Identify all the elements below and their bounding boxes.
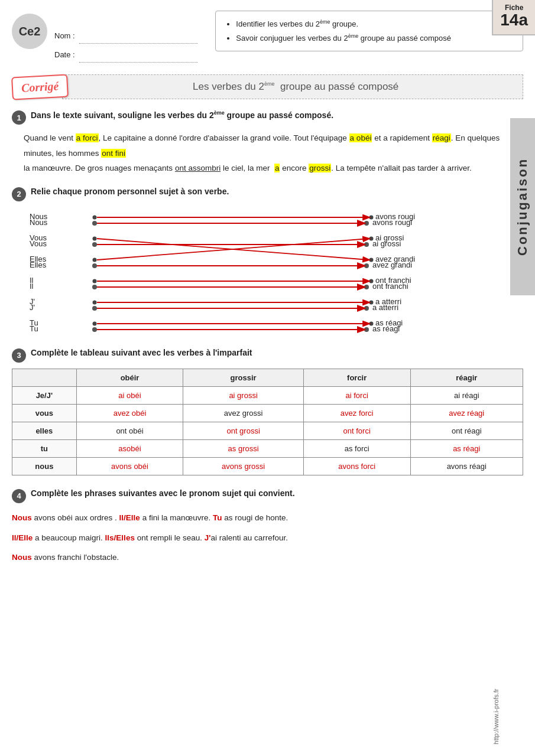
corrige-banner: Corrigé Les verbes du 2ème groupe au pas… (12, 74, 523, 99)
section-1: 1 Dans le texte suivant, souligne les ve… (12, 110, 523, 176)
table-header-grossir: grossir (183, 369, 304, 386)
table-cell-0-3: ai réagi (410, 386, 523, 404)
table-cell-3-2: as forci (303, 439, 410, 457)
svg-text:Elles: Elles (30, 255, 47, 263)
pronoun-j: J' (205, 533, 211, 542)
table-cell-1-0: avez obéi (76, 404, 183, 422)
table-cell-0-2: ai forci (303, 386, 410, 404)
table-cell-4-1: avons grossi (183, 457, 304, 475)
fiche-number: 14a (500, 12, 528, 28)
fiche-badge: Fiche 14a (492, 0, 535, 35)
verb-grossi: grossi (309, 164, 331, 172)
svg-point-18 (369, 215, 374, 219)
nom-date-block: Nom : Date : (54, 28, 197, 63)
svg-text:Tu: Tu (30, 318, 38, 327)
ex4-line-3: Nous avons franchi l'obstacle. (12, 549, 523, 566)
objective-1: Identifier les verbes du 2ème groupe. (236, 17, 513, 31)
date-line: Date : (54, 47, 197, 63)
table-cell-4-2: avons forci (303, 457, 410, 475)
svg-point-20 (369, 258, 374, 262)
section-2-title: Relie chaque pronom personnel sujet à so… (31, 187, 229, 196)
section-4-title: Complète les phrases suivantes avec le p… (31, 488, 295, 498)
section-2-num: 2 (12, 187, 26, 201)
ex4-line-1: Nous avons obéi aux ordres . Il/Elle a f… (12, 509, 523, 527)
section-3-title: Complète le tableau suivant avec les ver… (31, 348, 252, 357)
svg-text:as réagi: as réagi (375, 318, 403, 327)
table-cell-1-3: avez réagi (410, 404, 523, 422)
section-3-num: 3 (12, 348, 26, 363)
level-badge: Ce2 (12, 14, 47, 49)
svg-point-19 (369, 236, 374, 240)
table-cell-3-1: as grossi (183, 439, 304, 457)
pronoun-cell-3: tu (12, 439, 77, 457)
svg-text:Il: Il (30, 276, 34, 285)
table-cell-3-0: asobéi (76, 439, 183, 457)
table-cell-2-1: ont grossi (183, 422, 304, 439)
table-row-3: tuasobéias grossias forcias réagi (12, 439, 523, 457)
svg-text:avez grandi: avez grandi (375, 255, 415, 263)
table-cell-4-0: avons obéi (76, 457, 183, 475)
svg-text:Nous: Nous (30, 212, 48, 221)
page-title: Les verbes du 2ème groupe au passé compo… (62, 74, 523, 99)
pronoun-cell-0: Je/J' (12, 386, 77, 404)
nom-dots (79, 43, 197, 44)
connecting-lines-final: Nous Vous Elles Il J' Tu avons rougi ai … (24, 201, 473, 337)
pronoun-cell-2: elles (12, 422, 77, 439)
svg-text:a atterri: a atterri (375, 297, 401, 306)
pronoun-ilelle-2: Il/Elle (12, 533, 33, 542)
table-cell-0-0: ai obéi (76, 386, 183, 404)
table-cell-1-1: avez grossi (183, 404, 304, 422)
table-cell-4-3: avons réagi (410, 457, 523, 475)
svg-text:avons rougi: avons rougi (375, 212, 415, 221)
verb-obei: a obéi (349, 133, 372, 142)
page: Ce2 Nom : Date : Identifier les verbes d… (0, 0, 535, 608)
exercise-2-container: Nous Vous Elles Il J' Tu avons rougi ai … (24, 207, 511, 337)
svg-point-16 (93, 300, 97, 304)
svg-text:J': J' (30, 297, 35, 306)
table-header-empty (12, 369, 77, 386)
svg-point-23 (369, 321, 374, 325)
verb-forci: a forci (76, 133, 99, 142)
table-cell-2-3: ont réagi (410, 422, 523, 439)
passage-text: Quand le vent a forci, Le capitaine a do… (24, 131, 523, 176)
svg-point-22 (369, 300, 374, 304)
verb-ont-fini: ont fini (101, 149, 126, 158)
svg-text:Vous: Vous (30, 233, 47, 242)
pronoun-cell-4: nous (12, 457, 77, 475)
website-url: http://www.i-profs.fr (492, 689, 500, 744)
table-cell-2-0: ont obéi (76, 422, 183, 439)
objectives-box: Identifier les verbes du 2ème groupe. Sa… (215, 11, 523, 51)
ex4-line-2: Il/Elle a beaucoup maigri. Ils/Elles ont… (12, 529, 523, 547)
section-1-num: 1 (12, 110, 26, 125)
verb-reagi: réagi (432, 133, 451, 142)
table-cell-3-3: as réagi (410, 439, 523, 457)
table-header-obeir: obéir (76, 369, 183, 386)
conjugation-table: obéir grossir forcir réagir Je/J'ai obéi… (12, 369, 523, 475)
section-4-num: 4 (12, 489, 26, 503)
svg-text:ont franchi: ont franchi (375, 276, 411, 285)
table-row-2: ellesont obéiont grossiont forciont réag… (12, 422, 523, 439)
header: Ce2 Nom : Date : Identifier les verbes d… (0, 0, 535, 69)
svg-text:ai grossi: ai grossi (375, 233, 404, 242)
section-4: 4 Complète les phrases suivantes avec le… (12, 488, 523, 566)
table-header-reagir: réagir (410, 369, 523, 386)
verb-a: a (274, 164, 280, 172)
table-cell-2-2: ont forci (303, 422, 410, 439)
conjugaison-side-label: Conjugaison (510, 118, 535, 295)
pronoun-ilselles: Ils/Elles (105, 533, 135, 542)
table-row-4: nousavons obéiavons grossiavons forciavo… (12, 457, 523, 475)
corrige-stamp: Corrigé (11, 74, 69, 100)
svg-point-21 (369, 279, 374, 283)
table-cell-1-2: avez forci (303, 404, 410, 422)
pronoun-ilelle-1: Il/Elle (119, 513, 140, 522)
table-row-0: Je/J'ai obéiai grossiai forciai réagi (12, 386, 523, 404)
section-3: 3 Complète le tableau suivant avec les v… (12, 348, 523, 475)
svg-point-14 (93, 258, 97, 262)
pronoun-nous-2: Nous (12, 553, 32, 562)
pronoun-cell-1: vous (12, 404, 77, 422)
objective-2: Savoir conjuguer les verbes du 2ème grou… (236, 31, 513, 45)
table-header-forcir: forcir (303, 369, 410, 386)
pronoun-nous-1: Nous (12, 513, 32, 522)
svg-point-15 (93, 279, 97, 283)
date-dots (79, 62, 197, 63)
